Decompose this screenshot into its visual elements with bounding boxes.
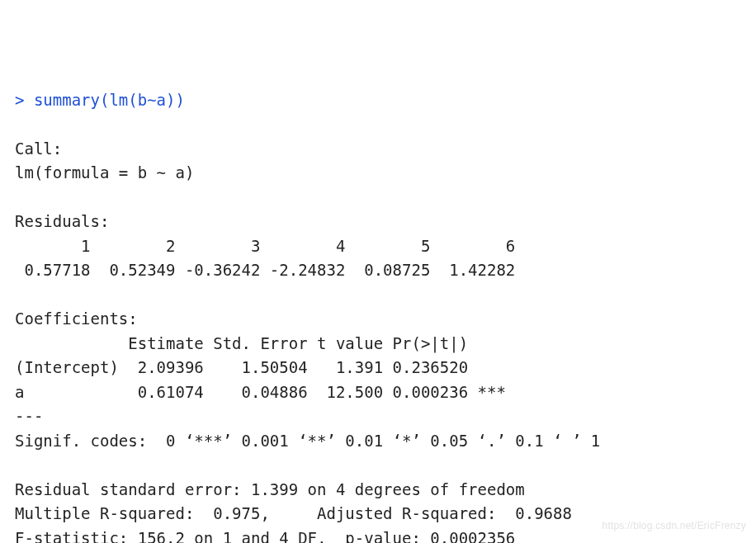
coefficients-intercept-row: (Intercept) 2.09396 1.50504 1.391 0.2365… (15, 358, 506, 376)
call-formula: lm(formula = b ~ a) (15, 163, 194, 182)
residual-standard-error: Residual standard error: 1.399 on 4 degr… (15, 480, 525, 498)
r-squared-line: Multiple R-squared: 0.975, Adjusted R-sq… (15, 504, 581, 522)
f-statistic-line: F-statistic: 156.2 on 1 and 4 DF, p-valu… (15, 529, 515, 544)
signif-codes: Signif. codes: 0 ‘***’ 0.001 ‘**’ 0.01 ‘… (15, 432, 600, 450)
console-prompt: > (15, 91, 34, 109)
residuals-index-row: 1 2 3 4 5 6 (15, 237, 525, 255)
r-command: summary(lm(b~a)) (34, 91, 185, 109)
watermark-text: https://blog.csdn.net/EricFrenzy (602, 514, 746, 539)
r-console-output: > summary(lm(b~a)) Call: lm(formula = b … (15, 88, 749, 544)
coefficients-dashes: --- (15, 407, 43, 425)
coefficients-a-row: a 0.61074 0.04886 12.500 0.000236 *** (15, 383, 506, 401)
coefficients-columns: Estimate Std. Error t value Pr(>|t|) (15, 334, 506, 352)
call-header: Call: (15, 139, 62, 158)
residuals-header: Residuals: (15, 212, 109, 230)
residuals-values-row: 0.57718 0.52349 -0.36242 -2.24832 0.0872… (15, 261, 525, 279)
coefficients-header: Coefficients: (15, 309, 138, 328)
